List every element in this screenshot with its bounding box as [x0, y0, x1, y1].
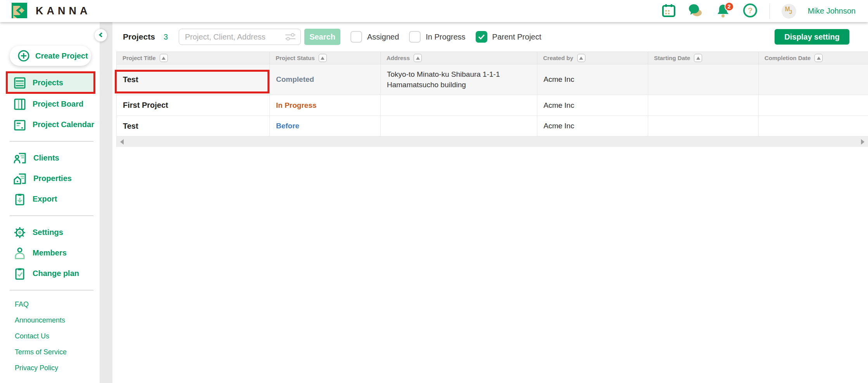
projects-count: 3	[164, 33, 168, 41]
primary-nav: Projects Project Board	[0, 72, 100, 135]
created-by: Acme Inc	[544, 75, 574, 84]
sidebar-item-project-board[interactable]: Project Board	[0, 94, 100, 114]
sort-button[interactable]	[694, 54, 702, 62]
project-title[interactable]: Test	[123, 75, 138, 84]
projects-toolbar: Projects 3 Search Assigned	[112, 22, 868, 52]
column-header-project-status: Project Status	[270, 52, 381, 64]
projects-list-icon	[14, 77, 26, 89]
sidebar-item-label: Export	[33, 195, 57, 204]
calendar-icon	[662, 3, 676, 19]
horizontal-scrollbar[interactable]	[117, 136, 868, 147]
sort-button[interactable]	[414, 54, 422, 62]
in-progress-checkbox[interactable]	[409, 31, 421, 43]
table-header-row: Project Title Project Status Address Cre…	[117, 52, 868, 64]
header-divider	[770, 3, 770, 19]
sort-asc-icon	[817, 57, 821, 60]
search-input[interactable]	[179, 29, 301, 45]
person-document-icon	[14, 152, 27, 164]
sidebar-divider	[10, 290, 93, 290]
sort-asc-icon	[321, 57, 324, 60]
parent-project-label: Parent Project	[492, 33, 542, 41]
gear-icon	[14, 226, 26, 239]
sort-asc-icon	[162, 57, 166, 60]
sidebar-item-settings[interactable]: Settings	[0, 222, 100, 243]
sort-asc-icon	[696, 57, 700, 60]
table-row[interactable]: Test Completed Tokyo-to Minato-ku Shibau…	[117, 64, 868, 95]
clipboard-check-icon	[14, 267, 26, 280]
created-by: Acme Inc	[544, 101, 574, 110]
sidebar-divider	[10, 216, 93, 216]
sort-button[interactable]	[160, 54, 168, 62]
sidebar-item-label: Project Calendar	[33, 120, 94, 129]
sidebar-item-label: Members	[33, 248, 67, 257]
link-terms-of-service[interactable]: Terms of Service	[15, 348, 100, 356]
sidebar: Create Project Projects	[0, 22, 100, 383]
sidebar-item-properties[interactable]: Properties	[0, 168, 100, 189]
clipboard-download-icon	[14, 193, 26, 205]
sidebar-item-label: Settings	[33, 228, 63, 237]
check-icon	[478, 34, 485, 40]
kanna-app: KANNA	[0, 0, 868, 383]
sidebar-item-projects[interactable]: Projects	[6, 72, 94, 94]
filter-sliders-icon[interactable]	[285, 33, 296, 43]
search-wrap	[179, 29, 301, 45]
page-title: Projects	[123, 32, 155, 41]
display-setting-button[interactable]: Display setting	[775, 29, 849, 45]
sidebar-item-label: Clients	[33, 154, 59, 162]
create-project-button[interactable]: Create Project	[10, 46, 91, 66]
plus-circle-icon	[17, 50, 30, 62]
help-button[interactable]: ?	[742, 3, 758, 19]
avatar[interactable]: M J	[782, 4, 796, 19]
secondary-nav: Clients Properties	[0, 148, 100, 209]
sidebar-item-clients[interactable]: Clients	[0, 148, 100, 168]
person-icon	[14, 247, 26, 259]
calendar-button[interactable]	[661, 3, 676, 19]
scroll-left-icon[interactable]	[120, 139, 124, 145]
sidebar-collapse-button[interactable]	[95, 29, 107, 41]
project-status: Completed	[276, 75, 314, 84]
header-actions: 2 ? M J Mike Johnson	[661, 3, 868, 19]
project-title[interactable]: First Project	[123, 101, 168, 110]
sort-button[interactable]	[577, 54, 585, 62]
sidebar-item-project-calendar[interactable]: Project Calendar	[0, 114, 100, 135]
table-row[interactable]: Test Before Acme Inc	[117, 116, 868, 136]
sidebar-item-change-plan[interactable]: Change plan	[0, 263, 100, 284]
projects-table: Project Title Project Status Address Cre…	[116, 52, 868, 147]
sidebar-item-members[interactable]: Members	[0, 243, 100, 263]
brand[interactable]: KANNA	[0, 3, 91, 20]
search-button[interactable]: Search	[304, 29, 340, 45]
sidebar-item-export[interactable]: Export	[0, 189, 100, 209]
project-address: Tokyo-to Minato-ku Shibaura 1-1-1 Hamama…	[387, 69, 531, 90]
scroll-right-icon[interactable]	[861, 139, 865, 145]
chevron-left-icon	[98, 32, 103, 39]
link-privacy-policy[interactable]: Privacy Policy	[15, 364, 100, 372]
project-title[interactable]: Test	[123, 122, 138, 131]
sidebar-item-label: Project Board	[33, 100, 83, 109]
board-columns-icon	[14, 98, 26, 110]
link-contact-us[interactable]: Contact Us	[15, 332, 100, 340]
filter-assigned[interactable]: Assigned	[350, 31, 399, 43]
column-header-starting-date: Starting Date	[648, 52, 759, 64]
create-project-label: Create Project	[35, 52, 88, 60]
notifications-button[interactable]: 2	[715, 3, 731, 19]
sort-button[interactable]	[319, 54, 327, 62]
assigned-checkbox[interactable]	[350, 31, 362, 43]
kanna-logo-icon	[12, 3, 27, 20]
brand-name: KANNA	[36, 5, 91, 17]
in-progress-label: In Progress	[426, 33, 465, 41]
calendar-lines-icon	[14, 119, 26, 131]
table-row[interactable]: First Project In Progress Acme Inc	[117, 95, 868, 116]
filter-parent-project[interactable]: Parent Project	[476, 31, 542, 43]
parent-project-checkbox[interactable]	[476, 31, 487, 43]
link-faq[interactable]: FAQ	[15, 300, 100, 309]
tertiary-nav: Settings Members	[0, 222, 100, 284]
user-name[interactable]: Mike Johnson	[808, 7, 856, 16]
sort-button[interactable]	[815, 54, 823, 62]
chat-icon	[689, 3, 703, 19]
question-circle-icon: ?	[743, 3, 758, 19]
chat-button[interactable]	[688, 3, 704, 19]
filter-in-progress[interactable]: In Progress	[409, 31, 465, 43]
sidebar-divider	[10, 141, 93, 141]
sort-asc-icon	[579, 57, 583, 60]
link-announcements[interactable]: Announcements	[15, 316, 100, 324]
